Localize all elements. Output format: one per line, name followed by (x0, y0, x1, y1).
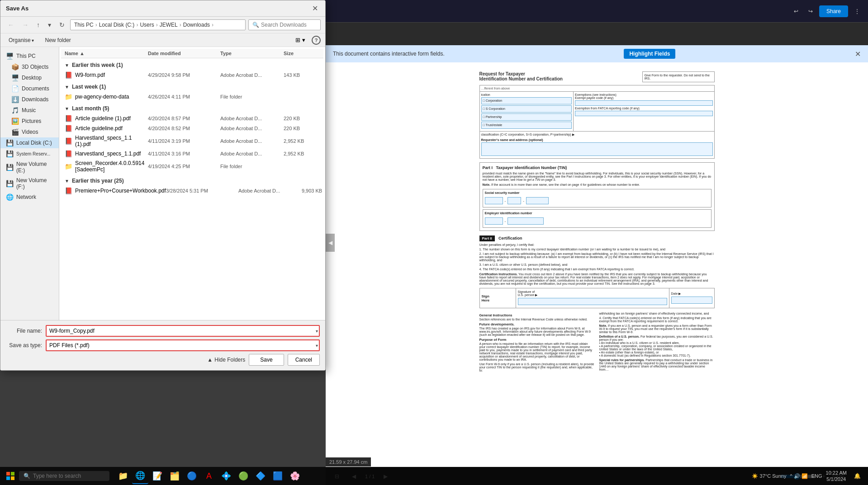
view-toggle-button[interactable]: ⊞ ▾ (293, 35, 308, 45)
file-row-article-guideline-1[interactable]: 📕 Article guideline (1).pdf 4/20/2024 8:… (61, 113, 323, 123)
breadcrumb-jewel[interactable]: JEWEL (160, 22, 178, 28)
highlight-fields-button[interactable]: Highlight Fields (624, 49, 675, 59)
organise-button[interactable]: Organise (5, 36, 38, 45)
file-row-w9-form[interactable]: 📕 W9-form.pdf 4/29/2024 9:58 PM Adobe Ac… (61, 70, 323, 80)
taskbar-app-app9[interactable]: 🟦 (270, 468, 286, 484)
share-button[interactable]: Share (819, 5, 848, 17)
col-type[interactable]: Type (220, 51, 284, 56)
breadcrumb-users[interactable]: Users (140, 22, 154, 28)
taskbar-clock[interactable]: 10:22 AM 5/1/2024 (826, 470, 847, 483)
this-pc-icon: 🖥️ (6, 52, 14, 60)
sidebar-item-local-disk[interactable]: 💾 Local Disk (C:) (0, 137, 59, 148)
file-row-premiere-pro[interactable]: 📕 Premiere+Pro+Course+Workbook.pdf 3/28/… (61, 186, 323, 196)
dialog-title-bar: Save As ✕ (0, 0, 325, 17)
taskbar-app-app7[interactable]: 🟢 (235, 468, 251, 484)
file-row-harvestland-1[interactable]: 📕 Harvestland_specs_1.1 (1).pdf 4/11/202… (61, 133, 323, 149)
more-menu-button[interactable]: ⋮ (851, 6, 863, 16)
signature-section: SignHere Signature ofU.S. person ▶ Date … (479, 288, 715, 308)
taskbar-app-flower[interactable]: 🌸 (287, 468, 303, 484)
close-banner-button[interactable]: ✕ (855, 50, 861, 58)
breadcrumb-this-pc[interactable]: This PC (74, 22, 94, 28)
sidebar-item-music[interactable]: 🎵 Music (0, 105, 59, 116)
dialog-close-button[interactable]: ✕ (310, 4, 320, 13)
documents-icon: 📄 (11, 85, 19, 92)
pdf-file-icon-5: 📕 (65, 150, 72, 157)
desktop-icon: 🖥️ (11, 74, 19, 81)
pictures-icon: 🖼️ (11, 118, 19, 125)
cancel-button[interactable]: Cancel (288, 354, 320, 366)
page-dimensions: 21.59 x 27.94 cm (326, 457, 371, 466)
up-button[interactable]: ↑ (34, 20, 43, 29)
col-size[interactable]: Size (284, 51, 320, 56)
filename-input[interactable] (46, 325, 320, 337)
network-icon: 🌐 (6, 193, 14, 201)
filename-dropdown-icon[interactable]: ▾ (316, 329, 318, 334)
sidebar-item-new-volume-f[interactable]: 💾 New Volume (F:) (0, 175, 59, 192)
taskbar-app-acrobat[interactable]: A (201, 468, 217, 484)
highlight-fields-banner: This document contains interactive form … (326, 45, 868, 62)
downloads-icon: ⬇️ (11, 96, 19, 103)
taskbar-search-icon: 🔍 (24, 473, 30, 479)
group-last-week[interactable]: ▼ Last week (1) (61, 82, 323, 92)
new-volume-f-icon: 💾 (6, 180, 14, 187)
hide-folders-button[interactable]: ▲ Hide Folders (207, 357, 245, 363)
help-button[interactable]: ? (312, 36, 321, 45)
notification-button[interactable]: 🔔 (850, 471, 864, 481)
recent-locations-button[interactable]: ▾ (45, 20, 54, 29)
search-dialog-icon: 🔍 (252, 22, 259, 28)
file-list: Name ▲ Date modified Type Size ▼ Earlier… (59, 47, 325, 320)
forward-button[interactable]: → (19, 20, 31, 29)
windows-logo-icon (6, 472, 14, 480)
file-row-harvestland[interactable]: 📕 Harvestland_specs_1.1.pdf 4/11/2024 3:… (61, 149, 323, 159)
back-button[interactable]: ← (5, 20, 17, 29)
col-date[interactable]: Date modified (148, 51, 220, 56)
new-folder-button[interactable]: New folder (41, 36, 74, 45)
file-list-header: Name ▲ Date modified Type Size (61, 49, 323, 58)
file-row-article-guideline[interactable]: 📕 Article guideline.pdf 4/20/2024 8:52 P… (61, 123, 323, 133)
file-row-pw-agency[interactable]: 📁 pw-agency-demo-data 4/26/2024 4:11 PM … (61, 92, 323, 102)
pdf-file-icon-3: 📕 (65, 125, 72, 132)
taskbar-search-bar[interactable]: 🔍 (19, 471, 109, 481)
refresh-button[interactable]: ↻ (57, 20, 67, 29)
sidebar-item-3d-objects[interactable]: 📦 3D Objects (0, 61, 59, 72)
taskbar-app-app8[interactable]: 🔷 (252, 468, 269, 484)
group-last-month[interactable]: ▼ Last month (5) (61, 104, 323, 113)
taskbar-app-files[interactable]: 📁 (115, 468, 131, 484)
breadcrumb-downloads[interactable]: Downloads (183, 22, 210, 28)
group-toggle-earlier-week: ▼ (65, 63, 69, 68)
col-name[interactable]: Name ▲ (65, 51, 148, 56)
file-row-screen-recorder[interactable]: 📁 Screen_Recorder.4.0.0.5914 [SadeemPc] … (61, 159, 323, 174)
redo-button[interactable]: ↪ (805, 6, 816, 16)
taskbar-app-edge[interactable]: 🌐 (132, 468, 148, 484)
group-earlier-this-year[interactable]: ▼ Earlier this year (25) (61, 176, 323, 186)
dialog-sidebar: 🖥️ This PC 📦 3D Objects 🖥️ Desktop 📄 Doc… (0, 47, 59, 320)
sidebar-item-documents[interactable]: 📄 Documents (0, 83, 59, 94)
search-dialog-input[interactable] (261, 22, 329, 28)
sidebar-item-system-reserved[interactable]: 💾 System Reserv... (0, 148, 59, 159)
sidebar-item-pictures[interactable]: 🖼️ Pictures (0, 116, 59, 127)
sidebar-item-network[interactable]: 🌐 Network (0, 192, 59, 202)
sidebar-item-videos[interactable]: 🎬 Videos (0, 127, 59, 137)
undo-button[interactable]: ↩ (790, 6, 802, 16)
taskbar-app-word[interactable]: 📝 (149, 468, 166, 484)
pdf-file-icon: 📕 (65, 71, 72, 79)
sidebar-item-desktop[interactable]: 🖥️ Desktop (0, 72, 59, 83)
save-button[interactable]: Save (249, 354, 284, 366)
taskbar-search-input[interactable] (33, 473, 101, 479)
svg-rect-1 (11, 472, 14, 476)
sidebar-item-this-pc[interactable]: 🖥️ This PC (0, 51, 59, 61)
start-button[interactable] (4, 469, 17, 483)
sidebar-item-downloads[interactable]: ⬇️ Downloads (0, 94, 59, 105)
savetype-dropdown-icon[interactable]: ▾ (316, 343, 318, 348)
sidebar-item-new-volume-e[interactable]: 💾 New Volume (E:) (0, 159, 59, 175)
taskbar-app-chrome[interactable]: 🔵 (184, 468, 200, 484)
nav-arrow-left[interactable]: ◀ (326, 234, 335, 252)
group-earlier-this-week[interactable]: ▼ Earlier this week (1) (61, 60, 323, 70)
breadcrumb-local-disk[interactable]: Local Disk (C:) (99, 22, 135, 28)
taskbar-app-app6[interactable]: 💠 (218, 468, 234, 484)
dialog-title: Save As (6, 5, 28, 12)
group-toggle-last-week: ▼ (65, 85, 69, 89)
search-dialog-box[interactable]: 🔍 (248, 19, 321, 30)
taskbar-app-file-explorer[interactable]: 🗂️ (166, 468, 183, 484)
savetype-input[interactable] (46, 339, 320, 351)
